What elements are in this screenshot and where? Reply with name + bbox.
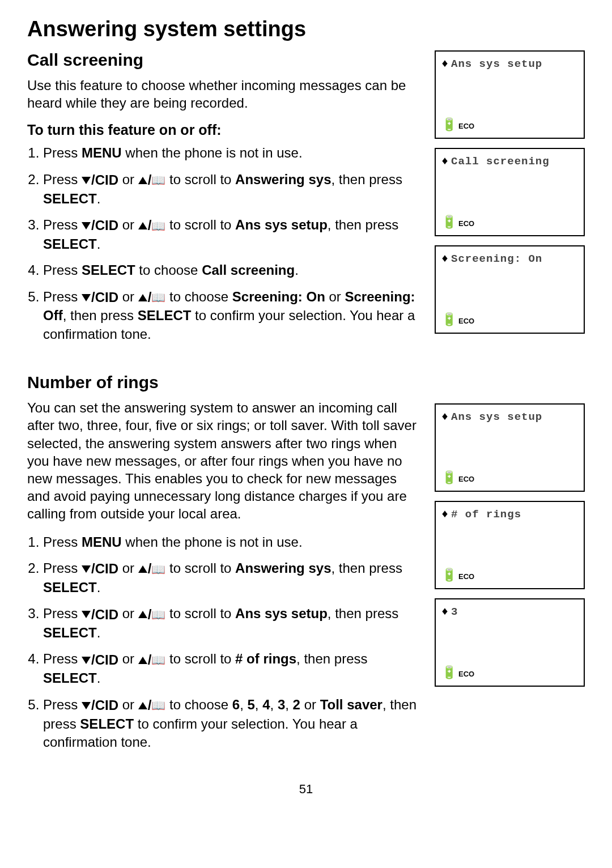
eco-icon: ECO: [458, 317, 474, 325]
directory-icon: 📖: [151, 220, 165, 232]
scroll-indicator-icon: ♦: [441, 410, 449, 423]
page-number: 51: [27, 782, 585, 797]
step-3: Press /CID or /📖 to scroll to Ans sys se…: [43, 605, 418, 642]
scroll-indicator-icon: ♦: [441, 252, 449, 265]
eco-icon: ECO: [458, 670, 474, 678]
battery-icon: 🔋: [441, 217, 457, 229]
down-arrow-icon: [82, 222, 91, 229]
scroll-indicator-icon: ♦: [441, 508, 449, 521]
eco-icon: ECO: [458, 475, 474, 483]
directory-icon: 📖: [151, 609, 165, 620]
up-arrow-icon: [138, 565, 147, 573]
battery-icon: 🔋: [441, 667, 457, 680]
step-5: Press /CID or /📖 to choose 6, 5, 4, 3, 2…: [43, 696, 418, 752]
step-4: Press SELECT to choose Call screening.: [43, 261, 418, 279]
down-arrow-icon: [82, 611, 91, 618]
down-arrow-icon: [82, 657, 91, 664]
up-arrow-icon: [138, 611, 147, 618]
lcd-text: Ans sys setup: [451, 411, 542, 423]
scroll-indicator-icon: ♦: [441, 155, 449, 168]
battery-icon: 🔋: [441, 314, 457, 327]
lcd-screen: ♦Ans sys setup 🔋ECO: [435, 50, 585, 139]
intro-number-of-rings: You can set the answering system to answ…: [27, 399, 418, 522]
lcd-screen: ♦Call screening 🔋ECO: [435, 148, 585, 236]
section-heading-call-screening: Call screening: [27, 50, 418, 70]
lcd-screen: ♦# of rings 🔋ECO: [435, 501, 585, 589]
step-1: Press MENU when the phone is not in use.: [43, 144, 418, 162]
lcd-text: 3: [451, 606, 458, 618]
step-5: Press /CID or /📖 to choose Screening: On…: [43, 288, 418, 344]
up-arrow-icon: [138, 702, 147, 709]
battery-icon: 🔋: [441, 473, 457, 485]
up-arrow-icon: [138, 657, 147, 664]
steps-number-of-rings: Press MENU when the phone is not in use.…: [27, 533, 418, 752]
down-arrow-icon: [82, 177, 91, 184]
down-arrow-icon: [82, 565, 91, 573]
lcd-text: Ans sys setup: [451, 58, 542, 70]
step-4: Press /CID or /📖 to scroll to # of rings…: [43, 650, 418, 687]
scroll-indicator-icon: ♦: [441, 57, 449, 70]
step-3: Press /CID or /📖 to scroll to Ans sys se…: [43, 216, 418, 253]
directory-icon: 📖: [151, 654, 165, 666]
lcd-text: Screening: On: [451, 253, 542, 265]
step-2: Press /CID or /📖 to scroll to Answering …: [43, 171, 418, 208]
battery-icon: 🔋: [441, 120, 457, 132]
eco-icon: ECO: [458, 122, 474, 130]
lcd-text: Call screening: [451, 155, 550, 168]
directory-icon: 📖: [151, 175, 165, 186]
lcd-text: # of rings: [451, 508, 521, 521]
directory-icon: 📖: [151, 564, 165, 575]
page-title: Answering system settings: [27, 17, 585, 41]
step-2: Press /CID or /📖 to scroll to Answering …: [43, 559, 418, 597]
lcd-screen: ♦Ans sys setup 🔋ECO: [435, 403, 585, 492]
eco-icon: ECO: [458, 219, 474, 228]
directory-icon: 📖: [151, 292, 165, 303]
section-heading-number-of-rings: Number of rings: [27, 373, 418, 392]
battery-icon: 🔋: [441, 570, 457, 582]
lcd-screen: ♦3 🔋ECO: [435, 598, 585, 687]
lcd-screen: ♦Screening: On 🔋ECO: [435, 245, 585, 334]
steps-call-screening: Press MENU when the phone is not in use.…: [27, 144, 418, 343]
up-arrow-icon: [138, 294, 147, 301]
intro-call-screening: Use this feature to choose whether incom…: [27, 76, 418, 112]
subheading-toggle: To turn this feature on or off:: [27, 122, 418, 138]
scroll-indicator-icon: ♦: [441, 605, 449, 618]
down-arrow-icon: [82, 702, 91, 709]
directory-icon: 📖: [151, 700, 165, 711]
step-1: Press MENU when the phone is not in use.: [43, 533, 418, 551]
up-arrow-icon: [138, 222, 147, 229]
down-arrow-icon: [82, 294, 91, 301]
eco-icon: ECO: [458, 572, 474, 581]
up-arrow-icon: [138, 177, 147, 184]
